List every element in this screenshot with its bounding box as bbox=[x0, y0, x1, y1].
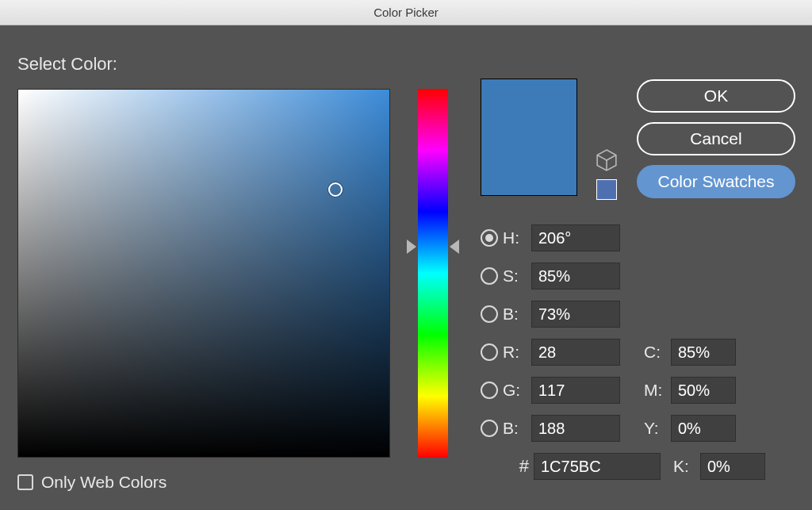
label-bv: B: bbox=[503, 305, 531, 324]
radio-bb[interactable] bbox=[481, 420, 498, 437]
label-hex: # bbox=[505, 456, 529, 477]
sv-cursor[interactable] bbox=[328, 182, 343, 197]
select-color-label: Select Color: bbox=[17, 54, 117, 75]
label-k: K: bbox=[673, 457, 700, 476]
radio-h[interactable] bbox=[481, 229, 498, 247]
input-m[interactable]: 50% bbox=[671, 377, 736, 404]
input-hex[interactable]: 1C75BC bbox=[534, 453, 661, 480]
radio-s[interactable] bbox=[481, 267, 498, 285]
radio-r[interactable] bbox=[481, 343, 498, 361]
row-g: G: 117 M: 50% bbox=[481, 371, 796, 409]
only-web-colors-row[interactable]: Only Web Colors bbox=[17, 473, 167, 492]
input-c[interactable]: 85% bbox=[671, 339, 736, 366]
label-bb: B: bbox=[503, 419, 531, 438]
input-s[interactable]: 85% bbox=[531, 263, 620, 290]
hue-strip[interactable] bbox=[418, 89, 448, 458]
label-h: H: bbox=[503, 228, 531, 247]
label-y: Y: bbox=[644, 419, 671, 438]
window-title: Color Picker bbox=[373, 6, 439, 19]
input-r[interactable]: 28 bbox=[531, 339, 620, 366]
hue-slider-handle-right[interactable] bbox=[450, 240, 459, 254]
input-bv[interactable]: 73% bbox=[531, 301, 620, 328]
radio-g[interactable] bbox=[481, 382, 498, 399]
cube-icon bbox=[596, 149, 617, 171]
titlebar: Color Picker bbox=[0, 0, 812, 25]
row-s: S: 85% bbox=[481, 257, 796, 295]
label-r: R: bbox=[503, 343, 531, 362]
row-hex: # 1C75BC K: 0% bbox=[481, 447, 796, 485]
label-c: C: bbox=[644, 343, 671, 362]
only-web-colors-checkbox[interactable] bbox=[17, 474, 33, 490]
row-r: R: 28 C: 85% bbox=[481, 333, 796, 371]
hue-slider-handle-left[interactable] bbox=[407, 240, 416, 254]
row-h: H: 206° bbox=[481, 219, 796, 257]
input-bb[interactable]: 188 bbox=[531, 415, 620, 442]
radio-bv[interactable] bbox=[481, 305, 498, 323]
input-h[interactable]: 206° bbox=[531, 224, 620, 251]
row-bv: B: 73% bbox=[481, 295, 796, 333]
color-swatches-button-label: Color Swatches bbox=[657, 172, 774, 191]
label-m: M: bbox=[644, 381, 671, 400]
label-g: G: bbox=[503, 381, 531, 400]
row-bb: B: 188 Y: 0% bbox=[481, 409, 796, 447]
saturation-value-field[interactable] bbox=[17, 89, 390, 458]
current-color-swatch[interactable] bbox=[596, 179, 617, 200]
label-s: S: bbox=[503, 267, 531, 286]
color-swatches-button[interactable]: Color Swatches bbox=[637, 165, 795, 198]
cancel-button-label: Cancel bbox=[690, 129, 741, 148]
only-web-colors-label: Only Web Colors bbox=[41, 473, 167, 492]
ok-button[interactable]: OK bbox=[637, 79, 795, 113]
value-rows: H: 206° S: 85% B: 73% R: 28 C: 85% G: 11… bbox=[481, 219, 796, 485]
ok-button-label: OK bbox=[704, 86, 728, 105]
cancel-button[interactable]: Cancel bbox=[637, 122, 795, 155]
input-y[interactable]: 0% bbox=[671, 415, 736, 442]
color-picker-panel: Select Color: OK Cancel Color Swatches H… bbox=[0, 25, 812, 510]
input-k[interactable]: 0% bbox=[700, 453, 765, 480]
input-g[interactable]: 117 bbox=[531, 377, 620, 404]
color-preview bbox=[481, 79, 577, 196]
